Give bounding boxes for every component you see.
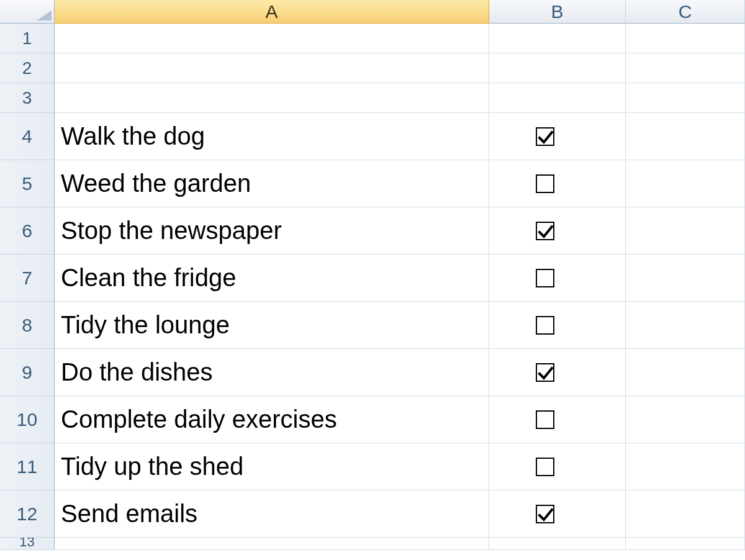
cell-b13[interactable] (489, 538, 626, 550)
column-header-c[interactable]: C (626, 0, 745, 24)
cell-c6[interactable] (626, 207, 745, 255)
checkbox-row-9[interactable] (536, 363, 554, 382)
cell-a4[interactable]: Walk the dog (55, 113, 489, 160)
column-header-b[interactable]: B (489, 0, 626, 24)
cell-b12[interactable] (489, 490, 626, 538)
cell-c5[interactable] (626, 160, 745, 207)
row-3: 3 (0, 83, 745, 113)
cell-a13[interactable] (55, 538, 489, 550)
row-header-12[interactable]: 12 (0, 490, 55, 538)
row-4: 4 Walk the dog (0, 113, 745, 160)
row-12: 12 Send emails (0, 490, 745, 538)
checkbox-row-6[interactable] (536, 222, 554, 240)
cell-a6[interactable]: Stop the newspaper (55, 207, 489, 255)
cell-b11[interactable] (489, 443, 626, 490)
cell-b6[interactable] (489, 207, 626, 255)
checkbox-row-12[interactable] (536, 505, 554, 523)
row-11: 11 Tidy up the shed (0, 443, 745, 490)
row-header-5[interactable]: 5 (0, 160, 55, 207)
row-8: 8 Tidy the lounge (0, 302, 745, 349)
cell-a8[interactable]: Tidy the lounge (55, 302, 489, 349)
cell-c8[interactable] (626, 302, 745, 349)
row-header-11[interactable]: 11 (0, 443, 55, 490)
checkmark-icon (538, 507, 554, 523)
select-all-corner[interactable] (0, 0, 55, 24)
checkbox-row-10[interactable] (536, 410, 554, 429)
cell-b3[interactable] (489, 83, 626, 113)
row-header-13[interactable]: 13 (0, 538, 55, 550)
spreadsheet: A B C 1 2 3 4 Walk the dog 5 Weed the ga… (0, 0, 745, 560)
cell-a1[interactable] (55, 24, 489, 53)
row-header-4[interactable]: 4 (0, 113, 55, 160)
row-10: 10 Complete daily exercises (0, 396, 745, 443)
row-header-9[interactable]: 9 (0, 349, 55, 396)
cell-a12[interactable]: Send emails (55, 490, 489, 538)
row-13: 13 (0, 538, 745, 550)
cell-c7[interactable] (626, 255, 745, 302)
row-header-3[interactable]: 3 (0, 83, 55, 113)
cell-c4[interactable] (626, 113, 745, 160)
cell-c2[interactable] (626, 53, 745, 83)
row-1: 1 (0, 24, 745, 53)
checkmark-icon (538, 129, 554, 145)
row-header-1[interactable]: 1 (0, 24, 55, 53)
cell-c9[interactable] (626, 349, 745, 396)
select-all-triangle-icon (37, 11, 52, 20)
cell-c12[interactable] (626, 490, 745, 538)
cell-a7[interactable]: Clean the fridge (55, 255, 489, 302)
cell-a3[interactable] (55, 83, 489, 113)
cell-b10[interactable] (489, 396, 626, 443)
column-header-row: A B C (0, 0, 745, 24)
checkbox-row-7[interactable] (536, 269, 554, 287)
cell-b7[interactable] (489, 255, 626, 302)
cell-a2[interactable] (55, 53, 489, 83)
cell-b1[interactable] (489, 24, 626, 53)
row-9: 9 Do the dishes (0, 349, 745, 396)
checkbox-row-5[interactable] (536, 174, 554, 193)
cell-c13[interactable] (626, 538, 745, 550)
cell-a11[interactable]: Tidy up the shed (55, 443, 489, 490)
cell-c3[interactable] (626, 83, 745, 113)
row-header-13-label: 13 (19, 538, 34, 550)
checkmark-icon (538, 224, 554, 240)
row-header-2[interactable]: 2 (0, 53, 55, 83)
row-7: 7 Clean the fridge (0, 255, 745, 302)
column-header-a[interactable]: A (55, 0, 489, 24)
row-header-7[interactable]: 7 (0, 255, 55, 302)
cell-b9[interactable] (489, 349, 626, 396)
checkbox-row-11[interactable] (536, 458, 554, 476)
row-2: 2 (0, 53, 745, 83)
row-5: 5 Weed the garden (0, 160, 745, 207)
row-6: 6 Stop the newspaper (0, 207, 745, 255)
cell-b4[interactable] (489, 113, 626, 160)
cell-c11[interactable] (626, 443, 745, 490)
cell-a10[interactable]: Complete daily exercises (55, 396, 489, 443)
checkmark-icon (538, 365, 554, 381)
cell-b2[interactable] (489, 53, 626, 83)
checkbox-row-4[interactable] (536, 127, 554, 146)
checkbox-row-8[interactable] (536, 316, 554, 335)
row-header-10[interactable]: 10 (0, 396, 55, 443)
cell-b5[interactable] (489, 160, 626, 207)
cell-a5[interactable]: Weed the garden (55, 160, 489, 207)
cell-a9[interactable]: Do the dishes (55, 349, 489, 396)
cell-b8[interactable] (489, 302, 626, 349)
cell-c1[interactable] (626, 24, 745, 53)
row-header-6[interactable]: 6 (0, 207, 55, 255)
cell-c10[interactable] (626, 396, 745, 443)
row-header-8[interactable]: 8 (0, 302, 55, 349)
